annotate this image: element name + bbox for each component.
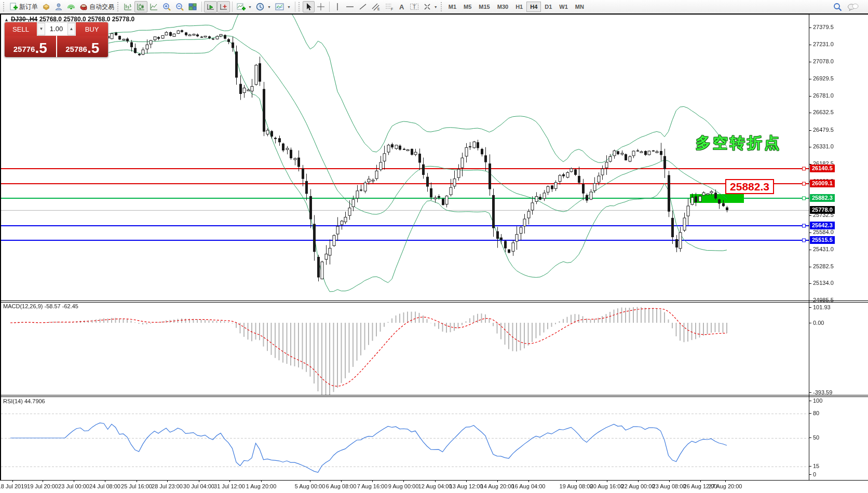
buy-price-button[interactable]: 25786.5 — [57, 36, 108, 57]
cursor-icon — [305, 3, 313, 11]
price-tick: 24985.5 — [813, 297, 834, 303]
price-tick: 27078.0 — [813, 58, 834, 64]
crosshair-icon — [317, 3, 325, 11]
history-center-button[interactable] — [40, 1, 52, 12]
rsi-label: RSI(14) 44.7906 — [3, 398, 45, 404]
price-tick: 26781.0 — [813, 92, 834, 99]
chart-shift-button[interactable] — [217, 1, 230, 12]
horizontal-line-tool-button[interactable] — [343, 1, 357, 12]
time-axis-label: 6 Aug 08:00 — [326, 483, 357, 489]
channel-tool-button[interactable]: E — [369, 1, 383, 12]
toolbar-separator — [295, 2, 295, 12]
horizontal-line-icon — [345, 3, 355, 11]
timeframe-w1[interactable]: W1 — [555, 2, 572, 12]
dropdown-arrow-icon: ▼ — [287, 5, 291, 9]
zoom-in-button[interactable] — [160, 1, 173, 12]
timeframe-h1[interactable]: H1 — [512, 2, 526, 12]
volume-increase-button[interactable]: ▲ — [67, 23, 75, 35]
chart-shift-icon — [219, 3, 228, 11]
search-icon[interactable] — [833, 3, 842, 11]
zoom-out-button[interactable] — [173, 1, 186, 12]
price-line-label: 26009.1 — [810, 180, 835, 187]
text-tool-button[interactable]: A — [396, 1, 408, 12]
text-label-tool-button[interactable]: T — [408, 1, 421, 12]
macd-label: MACD(12,26,9) -58.57 -62.45 — [3, 303, 78, 309]
line-chart-mode-button[interactable] — [147, 1, 160, 12]
timeframe-d1[interactable]: D1 — [541, 2, 555, 12]
timeframe-m1[interactable]: M1 — [445, 2, 460, 12]
price-tick: 26479.5 — [813, 127, 834, 133]
time-axis-label: 5 Aug 00:00 — [295, 483, 326, 489]
time-axis-label: 24 Jul 08:00 — [89, 483, 120, 489]
timeframe-m30[interactable]: M30 — [494, 2, 512, 12]
text-label-icon: T — [410, 3, 419, 11]
buy-button[interactable]: BUY — [76, 22, 108, 36]
auto-trading-button[interactable]: 自动交易 — [77, 1, 116, 12]
rsi-axis-tick: 80 — [813, 410, 819, 416]
time-axis-label: 28 Jul 23:00 — [152, 483, 183, 489]
signal-button[interactable] — [65, 1, 77, 12]
time-axis-label: 1 Aug 20:00 — [246, 483, 277, 489]
vertical-line-tool-button[interactable] — [332, 1, 343, 12]
templates-button[interactable]: ▼ — [273, 1, 293, 12]
price-tick: 25431.0 — [813, 246, 834, 252]
gold-box-icon — [42, 3, 50, 11]
sell-button[interactable]: SELL — [5, 22, 37, 36]
template-icon — [275, 3, 284, 11]
rsi-axis-tick: 0 — [813, 471, 816, 477]
trendline-icon — [359, 3, 367, 11]
timeframe-mn[interactable]: MN — [572, 2, 588, 12]
trendline-tool-button[interactable] — [357, 1, 369, 12]
timeframe-m5[interactable]: M5 — [460, 2, 475, 12]
zoom-out-icon — [175, 3, 184, 11]
chart-canvas[interactable] — [0, 13, 868, 493]
volume-decrease-button[interactable]: ▼ — [37, 23, 45, 35]
clock-icon — [256, 3, 265, 11]
timeframe-h4[interactable]: H4 — [526, 2, 541, 12]
profile-button[interactable] — [52, 1, 65, 12]
price-line-label: 26140.5 — [810, 165, 835, 172]
new-order-label: 新订单 — [19, 3, 38, 11]
candlestick-mode-button[interactable] — [134, 1, 147, 12]
toolbar: 新订单 自动交易 — [0, 0, 868, 14]
time-axis-label: 20 Aug 16:00 — [590, 483, 624, 489]
indicators-icon — [237, 3, 246, 11]
arrows-tool-button[interactable]: ▼ — [421, 1, 440, 12]
sell-price-main: 25776 — [13, 43, 35, 56]
crosshair-tool-button[interactable] — [315, 1, 327, 12]
fibonacci-tool-button[interactable]: F — [383, 1, 396, 12]
macd-values: -58.57 -62.45 — [44, 303, 78, 309]
toolbar-grip — [441, 2, 443, 11]
time-axis-label: 19 Aug 08:00 — [560, 483, 593, 489]
rsi-axis-tick: 15 — [813, 463, 819, 469]
periods-button[interactable]: ▼ — [254, 1, 273, 12]
price-tick: 25282.5 — [813, 263, 834, 269]
toolbar-grip — [3, 2, 5, 11]
cursor-tool-button[interactable] — [303, 1, 315, 12]
timeframe-m15[interactable]: M15 — [475, 2, 493, 12]
time-axis-label: 9 Aug 00:00 — [388, 483, 419, 489]
auto-scroll-icon — [206, 3, 215, 11]
time-axis-label: 19 Jul 20:00 — [27, 483, 58, 489]
price-tick: 25584.0 — [813, 229, 834, 235]
chart-annotation-text: 多空转折点 — [696, 133, 781, 154]
chat-icon[interactable] — [847, 3, 859, 11]
buy-price-frac: .5 — [87, 40, 99, 56]
indicators-button[interactable]: ▼ — [235, 1, 254, 12]
toolbar-grip — [117, 2, 119, 11]
volume-input[interactable]: 1.00 — [46, 25, 67, 33]
mt4-window: 新订单 自动交易 — [0, 0, 868, 493]
bar-chart-mode-button[interactable] — [121, 1, 134, 12]
candlestick-icon — [137, 3, 145, 11]
rsi-value: 44.7906 — [24, 398, 45, 404]
time-axis-label: 25 Jul 16:00 — [121, 483, 152, 489]
price-line-label: 25642.3 — [810, 222, 835, 229]
new-order-button[interactable]: 新订单 — [7, 1, 40, 12]
toolbar-grip — [299, 2, 301, 11]
sell-price-button[interactable]: 25776.5 — [5, 36, 56, 57]
signal-icon — [67, 3, 75, 11]
auto-scroll-button[interactable] — [204, 1, 217, 12]
price-tick: 26929.5 — [813, 75, 834, 81]
arrows-icon — [423, 3, 431, 11]
tile-windows-button[interactable] — [186, 1, 199, 12]
